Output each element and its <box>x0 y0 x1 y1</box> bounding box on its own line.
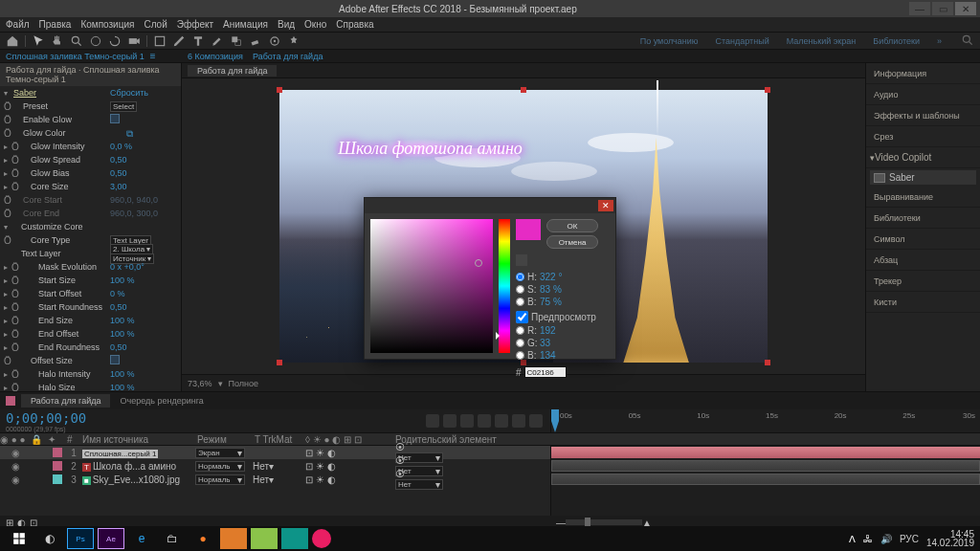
steam-icon[interactable]: ◐ <box>36 528 63 549</box>
eyedropper-button[interactable] <box>516 254 527 266</box>
bright-value[interactable]: 75 % <box>540 297 562 307</box>
tl-snap-icon[interactable] <box>512 414 525 428</box>
blend-mode-select[interactable]: Нормаль▾ <box>195 461 245 472</box>
trkmat-select[interactable]: Нет▾ <box>253 474 274 485</box>
preset-select[interactable]: Select <box>110 101 137 112</box>
layer-name[interactable]: ■Sky_Eve...x1080.jpg <box>80 474 195 485</box>
visibility-toggle[interactable]: ◉ <box>0 461 31 472</box>
eraser-tool-icon[interactable] <box>249 34 262 48</box>
viewer-breadcrumb-tab[interactable]: Работа для гайда <box>188 65 277 77</box>
transform-handle[interactable] <box>277 87 282 93</box>
brush-tool-icon[interactable] <box>211 34 224 48</box>
panel-slice[interactable]: Срез <box>866 126 980 147</box>
shape-tool-icon[interactable] <box>153 34 167 48</box>
fx-reset-link[interactable]: Сбросить <box>110 88 177 98</box>
layer-name[interactable]: Сплошная...серый 1 <box>80 448 195 458</box>
timeline-tracks[interactable] <box>550 446 980 516</box>
color-field[interactable] <box>370 219 493 353</box>
track-bar[interactable] <box>551 474 980 485</box>
trkmat-select[interactable]: Нет▾ <box>253 461 274 472</box>
task-green-icon[interactable] <box>251 528 278 549</box>
roto-tool-icon[interactable] <box>268 34 281 48</box>
timeline-ruler[interactable]: 00s 05s 10s 15s 20s 25s 30s <box>550 409 980 432</box>
enable-glow-checkbox[interactable] <box>110 114 120 123</box>
halo-size-value[interactable]: 100 % <box>110 383 177 391</box>
menu-edit[interactable]: Правка <box>39 19 72 30</box>
menu-layer[interactable]: Слой <box>144 19 167 30</box>
glow-spread-value[interactable]: 0,50 <box>110 155 177 165</box>
halo-intensity-value[interactable]: 100 % <box>110 369 177 379</box>
start-size-value[interactable]: 100 % <box>110 276 177 285</box>
pen-tool-icon[interactable] <box>172 34 186 48</box>
home-icon[interactable] <box>6 34 19 48</box>
mask-evolution-value[interactable]: 0 x +0,0° <box>110 262 177 272</box>
bch-value[interactable]: 134 <box>540 350 556 361</box>
glow-intensity-value[interactable]: 0,0 % <box>110 142 177 151</box>
cancel-button[interactable]: Отмена <box>546 235 598 249</box>
tray-clock[interactable]: 14:4514.02.2019 <box>926 530 974 547</box>
effect-saber-item[interactable]: Saber <box>870 170 976 185</box>
layer-switches[interactable]: ⊡ ☀ ◐ <box>305 461 391 472</box>
h-value[interactable]: 322 ° <box>540 272 562 282</box>
g-value[interactable]: 33 <box>540 338 550 348</box>
start-offset-value[interactable]: 0 % <box>110 289 177 298</box>
layer-color-tag[interactable] <box>53 448 62 457</box>
menu-animation[interactable]: Анимация <box>223 19 268 30</box>
aftereffects-icon[interactable]: Ae <box>98 528 124 549</box>
fx-saber[interactable]: Saber <box>11 88 110 98</box>
tab-effects-controls[interactable]: Сплошная заливка Темно-серый 1 <box>6 52 145 61</box>
camera-tool-icon[interactable] <box>127 34 141 48</box>
panel-audio[interactable]: Аудио <box>866 84 980 105</box>
transform-handle[interactable] <box>765 87 770 93</box>
end-offset-value[interactable]: 100 % <box>110 329 177 339</box>
timeline-tab-renderqueue[interactable]: Очередь рендеринга <box>110 394 212 408</box>
r-radio[interactable] <box>516 326 524 335</box>
window-max-button[interactable]: ▭ <box>932 2 953 15</box>
menu-file[interactable]: Файл <box>6 19 30 30</box>
tray-lang[interactable]: РУС <box>900 534 919 544</box>
search-icon[interactable] <box>961 33 974 49</box>
preview-checkbox[interactable] <box>516 311 528 323</box>
menu-window[interactable]: Окно <box>304 19 326 30</box>
glow-bias-value[interactable]: 0,50 <box>110 168 177 178</box>
menu-composition[interactable]: Композиция <box>80 19 134 30</box>
bch-radio[interactable] <box>516 351 524 360</box>
tl-marker-icon[interactable] <box>529 414 543 428</box>
g-radio[interactable] <box>516 339 524 347</box>
tl-framerate-icon[interactable] <box>460 414 474 428</box>
tl-search-icon[interactable] <box>426 414 439 428</box>
start-roundness-value[interactable]: 0,50 <box>110 302 177 312</box>
glow-color-swatch[interactable] <box>110 127 123 137</box>
start-button[interactable] <box>6 528 33 549</box>
text-tool-icon[interactable] <box>191 34 205 48</box>
task-orange-icon[interactable] <box>220 528 247 549</box>
col-mode[interactable]: Режим <box>195 434 253 445</box>
workspace-more[interactable]: » <box>937 36 942 46</box>
tl-motionblur-icon[interactable] <box>478 414 491 428</box>
col-trkmat[interactable]: T TrkMat <box>253 434 305 445</box>
timeline-layer-row[interactable]: ◉3■Sky_Eve...x1080.jpgНормаль▾Нет▾⊡ ☀ ◐⦿… <box>0 473 550 486</box>
viewer-resolution[interactable]: Полное <box>229 379 259 388</box>
current-timecode[interactable]: 0;00;00;00 <box>6 410 86 426</box>
workspace-default[interactable]: По умолчанию <box>640 36 699 46</box>
workspace-standard[interactable]: Стандартный <box>716 36 769 46</box>
end-roundness-value[interactable]: 0,50 <box>110 342 177 352</box>
parent-select[interactable]: Нет▾ <box>395 479 443 490</box>
hex-input[interactable] <box>524 366 567 378</box>
transform-handle[interactable] <box>277 360 282 365</box>
menu-help[interactable]: Справка <box>336 19 373 30</box>
visibility-toggle[interactable]: ◉ <box>0 448 31 458</box>
track-bar[interactable] <box>551 460 980 472</box>
ie-icon[interactable]: e <box>128 528 155 549</box>
clone-tool-icon[interactable] <box>230 34 243 48</box>
zoom-tool-icon[interactable] <box>70 34 83 48</box>
selection-tool-icon[interactable] <box>32 34 45 48</box>
color-indicator[interactable] <box>475 259 482 267</box>
s-value[interactable]: 83 % <box>540 284 562 295</box>
b-radio[interactable] <box>516 298 524 306</box>
video-copilot-group[interactable]: ▾ Video Copilot <box>866 147 980 168</box>
window-close-button[interactable]: ✕ <box>955 2 976 15</box>
timeline-zoom-slider[interactable] <box>566 519 642 525</box>
menu-effect[interactable]: Эффект <box>177 19 213 30</box>
hue-slider[interactable] <box>499 219 510 353</box>
